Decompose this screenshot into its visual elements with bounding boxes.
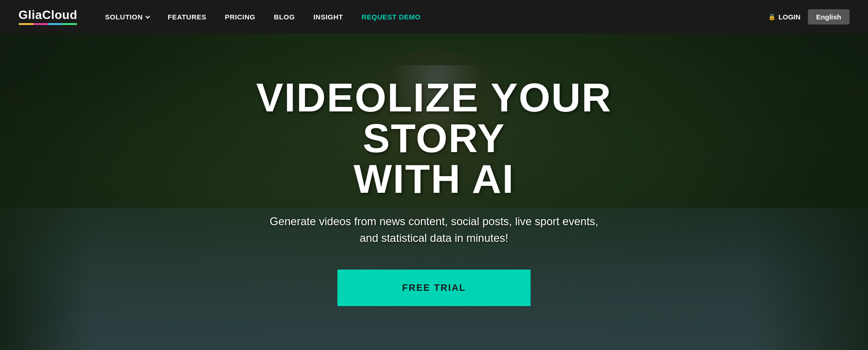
nav-item-insight[interactable]: INSIGHT [313, 13, 343, 21]
hero-section: VIDEOLIZE YOUR STORY WITH AI Generate vi… [0, 33, 868, 350]
login-button[interactable]: 🔒 LOGIN [768, 13, 801, 21]
logo-underline-yellow [18, 23, 33, 25]
hero-subtitle: Generate videos from news content, socia… [221, 213, 647, 246]
logo[interactable]: GliaCloud [18, 8, 77, 25]
nav-links: SOLUTION FEATURES PRICING BLOG INSIGHT R… [105, 13, 768, 21]
logo-underline [18, 23, 77, 25]
nav-item-solution[interactable]: SOLUTION [105, 13, 149, 21]
nav-item-blog[interactable]: BLOG [274, 13, 295, 21]
chevron-down-icon [145, 14, 150, 18]
lock-icon: 🔒 [768, 13, 776, 20]
hero-content: VIDEOLIZE YOUR STORY WITH AI Generate vi… [203, 77, 665, 306]
nav-right: 🔒 LOGIN English [768, 9, 850, 25]
logo-underline-pink [33, 23, 48, 25]
free-trial-button[interactable]: FREE TRIAL [337, 270, 531, 306]
logo-underline-green [62, 23, 77, 25]
nav-item-features[interactable]: FEATURES [168, 13, 207, 21]
nav-item-request-demo[interactable]: REQUEST DEMO [361, 13, 421, 21]
navbar: GliaCloud SOLUTION FEATURES PRICING BLOG… [0, 0, 868, 33]
language-button[interactable]: English [808, 9, 850, 25]
logo-text: GliaCloud [18, 8, 77, 22]
hero-title: VIDEOLIZE YOUR STORY WITH AI [221, 77, 647, 199]
logo-underline-cyan [48, 23, 63, 25]
nav-item-pricing[interactable]: PRICING [225, 13, 256, 21]
